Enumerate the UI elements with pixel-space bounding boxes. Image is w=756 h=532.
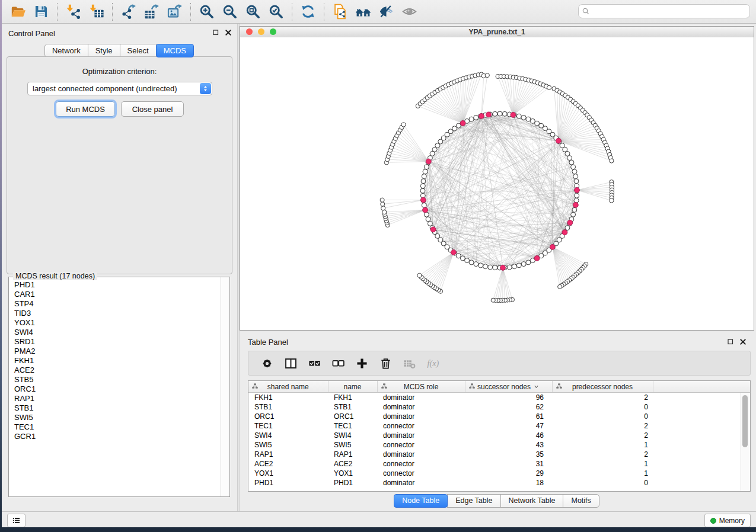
result-item[interactable]: FKH1 — [14, 356, 221, 366]
search-box[interactable] — [578, 4, 750, 18]
delete-column-button[interactable] — [375, 354, 395, 373]
network-node[interactable] — [572, 207, 577, 212]
mcds-node[interactable] — [511, 113, 516, 118]
select-all-button[interactable] — [304, 354, 324, 373]
table-scrollbar-thumb[interactable] — [742, 395, 748, 447]
save-button[interactable] — [30, 2, 53, 22]
result-item[interactable]: YOX1 — [14, 318, 221, 328]
home-pair-button[interactable] — [352, 2, 375, 22]
mcds-node[interactable] — [556, 138, 562, 143]
task-history-button[interactable] — [7, 514, 25, 527]
table-row[interactable]: RAP1RAP1dominator352 — [248, 450, 750, 459]
add-column-button[interactable] — [352, 354, 372, 373]
tab-select[interactable]: Select — [120, 44, 157, 57]
table-row[interactable]: TEC1TEC1connector472 — [248, 421, 750, 431]
network-node[interactable] — [474, 115, 479, 120]
network-node[interactable] — [488, 265, 493, 270]
network-node[interactable] — [469, 117, 474, 121]
mcds-node[interactable] — [423, 207, 428, 213]
network-node[interactable] — [558, 284, 562, 289]
network-node[interactable] — [610, 198, 614, 203]
zoom-fit-button[interactable] — [241, 2, 264, 22]
result-item[interactable]: STB1 — [14, 403, 221, 413]
network-node[interactable] — [423, 169, 428, 174]
result-item[interactable]: SWI4 — [14, 328, 221, 337]
network-node[interactable] — [485, 73, 489, 78]
network-node[interactable] — [479, 263, 483, 268]
result-item[interactable]: PHD1 — [14, 280, 221, 290]
close-panel-icon[interactable] — [739, 338, 747, 345]
network-node[interactable] — [428, 221, 432, 226]
network-node[interactable] — [381, 206, 385, 210]
export-network-button[interactable] — [117, 2, 140, 22]
tab-network[interactable]: Network — [44, 44, 88, 57]
result-item[interactable]: PMA2 — [14, 347, 221, 356]
network-node[interactable] — [573, 174, 578, 179]
network-node[interactable] — [483, 264, 488, 269]
gear-button[interactable] — [257, 354, 277, 373]
import-network-button[interactable] — [62, 2, 85, 22]
network-node[interactable] — [422, 174, 426, 179]
result-scrollbar[interactable] — [221, 277, 229, 496]
network-node[interactable] — [426, 217, 430, 222]
mcds-node[interactable] — [479, 113, 484, 118]
table-scrollbar[interactable] — [741, 393, 749, 491]
table-row[interactable]: STB1STB1dominator620 — [248, 402, 750, 412]
result-item[interactable]: SWI5 — [14, 413, 221, 422]
network-node[interactable] — [422, 203, 426, 207]
network-node[interactable] — [381, 202, 385, 206]
tab-motifs[interactable]: Motifs — [563, 494, 599, 508]
result-item[interactable]: SRD1 — [14, 337, 221, 347]
refresh-button[interactable] — [296, 2, 320, 22]
network-node[interactable] — [401, 123, 406, 127]
mcds-node[interactable] — [550, 245, 555, 250]
close-panel-button[interactable]: Close panel — [121, 101, 184, 117]
network-node[interactable] — [497, 111, 502, 116]
network-node[interactable] — [424, 165, 429, 169]
table-row[interactable]: SWI5SWI5connector431 — [248, 440, 750, 450]
zoom-in-button[interactable] — [195, 2, 218, 22]
column-header-predecessor-nodes[interactable]: predecessor nodes — [552, 381, 653, 393]
export-image-button[interactable] — [163, 2, 186, 22]
float-panel-icon[interactable] — [727, 338, 734, 345]
network-node[interactable] — [421, 179, 426, 184]
mcds-node[interactable] — [534, 256, 540, 261]
tab-network-table[interactable]: Network Table — [500, 494, 564, 508]
network-node[interactable] — [420, 188, 425, 193]
network-node[interactable] — [507, 265, 512, 270]
result-item[interactable]: RAP1 — [14, 394, 221, 403]
mcds-node[interactable] — [567, 220, 573, 226]
network-node[interactable] — [380, 198, 384, 202]
network-node[interactable] — [521, 262, 526, 267]
network-node[interactable] — [526, 117, 531, 121]
network-node[interactable] — [516, 263, 521, 268]
network-node[interactable] — [420, 184, 425, 188]
tab-edge-table[interactable]: Edge Table — [447, 494, 500, 508]
column-header-name[interactable]: name — [328, 381, 377, 393]
network-node[interactable] — [512, 264, 516, 269]
import-table-button[interactable] — [85, 2, 108, 22]
network-node[interactable] — [382, 210, 387, 214]
mcds-node[interactable] — [500, 265, 506, 271]
table-row[interactable]: ACE2ACE2connector311 — [248, 459, 750, 469]
search-input[interactable] — [591, 7, 747, 16]
network-node[interactable] — [569, 160, 574, 165]
network-node[interactable] — [469, 260, 474, 265]
table-row[interactable]: SWI4SWI4dominator462 — [248, 431, 750, 440]
network-node[interactable] — [417, 273, 422, 277]
network-node[interactable] — [526, 260, 531, 265]
open-folder-button[interactable] — [7, 2, 30, 22]
optimization-criterion-select[interactable]: largest connected component (undirected) — [27, 82, 212, 95]
result-item[interactable]: TID3 — [14, 309, 221, 318]
table-row[interactable]: YOX1YOX1connector291 — [248, 469, 750, 478]
zoom-selected-button[interactable] — [264, 2, 288, 22]
network-node[interactable] — [521, 115, 526, 120]
column-header-successor-nodes[interactable]: successor nodes — [465, 381, 552, 393]
network-node[interactable] — [424, 212, 429, 217]
network-node[interactable] — [610, 159, 614, 163]
mcds-node[interactable] — [460, 121, 465, 126]
result-item[interactable]: ACE2 — [14, 366, 221, 375]
network-node[interactable] — [572, 169, 577, 174]
hide-labels-button[interactable] — [375, 2, 398, 22]
result-item[interactable]: GCR1 — [14, 432, 221, 441]
